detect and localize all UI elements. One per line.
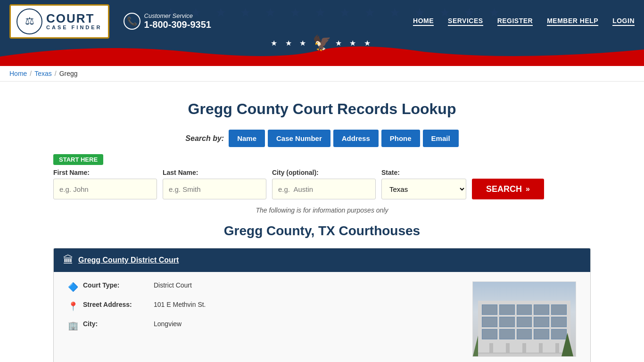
court-type-value: District Court xyxy=(154,281,192,289)
tab-email[interactable]: Email xyxy=(423,130,459,147)
column xyxy=(489,343,493,353)
window xyxy=(499,329,515,339)
breadcrumb-state[interactable]: Texas xyxy=(34,70,52,77)
logo-emblem: ⚖ xyxy=(17,8,42,34)
info-text: The following is for information purpose… xyxy=(53,206,591,214)
nav-services[interactable]: SERVICES xyxy=(448,17,483,26)
eagle-stars-left: ★ ★ ★ xyxy=(271,39,309,48)
courthouse-name-link[interactable]: Gregg County District Court xyxy=(78,256,179,264)
phone-icon: 📞 xyxy=(124,13,140,30)
main-nav: HOME SERVICES REGISTER MEMBER HELP LOGIN xyxy=(413,17,635,26)
window xyxy=(534,317,549,327)
logo-area: ⚖ COURT CASE FINDER xyxy=(9,4,109,39)
window xyxy=(482,304,497,315)
eagle-icon: 🦅 xyxy=(313,34,331,52)
first-name-input[interactable] xyxy=(53,179,157,199)
city-label-detail: City: xyxy=(83,320,149,328)
court-type-label: Court Type: xyxy=(83,281,149,289)
window xyxy=(517,329,532,339)
building xyxy=(478,301,570,357)
customer-service-label: Customer Service xyxy=(144,12,211,19)
first-name-group: First Name: xyxy=(53,169,157,199)
courthouse-card: 🏛 Gregg County District Court 🔷 Court Ty… xyxy=(53,248,591,362)
search-by-label: Search by: xyxy=(185,134,224,143)
city-input[interactable] xyxy=(272,179,376,199)
search-button-label: SEARCH xyxy=(486,184,522,194)
building-windows xyxy=(478,301,570,344)
tab-case-number[interactable]: Case Number xyxy=(268,130,330,147)
customer-service-area: 📞 Customer Service 1-800-309-9351 xyxy=(124,12,211,30)
courthouse-details: 🔷 Court Type: District Court 📍 Street Ad… xyxy=(68,281,458,357)
nav-home[interactable]: HOME xyxy=(413,17,434,26)
window xyxy=(551,317,567,327)
courthouses-title: Gregg County, TX Courthouses xyxy=(53,223,591,239)
courthouse-image-placeholder xyxy=(473,282,576,356)
column xyxy=(539,343,543,353)
search-by-row: Search by: Name Case Number Address Phon… xyxy=(53,130,591,147)
window xyxy=(534,329,549,339)
street-label: Street Address: xyxy=(83,301,149,308)
page-title: Gregg County Court Records Lookup xyxy=(53,100,591,118)
window xyxy=(482,329,497,339)
window xyxy=(551,304,567,315)
tab-address[interactable]: Address xyxy=(333,130,379,147)
customer-service-phone: 1-800-309-9351 xyxy=(144,19,211,30)
building-columns xyxy=(478,343,570,353)
courthouse-icon: 🏛 xyxy=(63,254,74,266)
last-name-group: Last Name: xyxy=(163,169,266,199)
logo-text: COURT CASE FINDER xyxy=(46,12,102,30)
courthouse-body: 🔷 Court Type: District Court 📍 Street Ad… xyxy=(54,272,590,362)
city-group: City (optional): xyxy=(272,169,376,199)
city-icon: 🏢 xyxy=(68,321,78,331)
last-name-input[interactable] xyxy=(163,179,266,199)
breadcrumb-sep-2: / xyxy=(55,70,57,77)
window xyxy=(517,304,532,315)
breadcrumb-home[interactable]: Home xyxy=(9,70,27,77)
court-type-row: 🔷 Court Type: District Court xyxy=(68,281,458,292)
street-icon: 📍 xyxy=(68,301,78,312)
window xyxy=(551,329,567,339)
search-button[interactable]: SEARCH » xyxy=(472,179,544,199)
breadcrumb-sep-1: / xyxy=(30,70,32,77)
state-group: State: Texas xyxy=(381,169,466,199)
state-label: State: xyxy=(381,169,466,176)
courthouse-image xyxy=(472,281,576,357)
logo-box: ⚖ COURT CASE FINDER xyxy=(9,4,109,39)
wave-area: ★ ★ ★ 🦅 ★ ★ ★ xyxy=(0,42,644,66)
window xyxy=(517,317,532,327)
search-chevrons: » xyxy=(526,185,530,193)
logo-court-text: COURT xyxy=(46,12,102,25)
court-type-icon: 🔷 xyxy=(68,282,78,292)
state-select[interactable]: Texas xyxy=(381,179,466,199)
start-here-badge: START HERE xyxy=(53,154,103,165)
first-name-label: First Name: xyxy=(53,169,157,176)
window xyxy=(499,304,515,315)
breadcrumb: Home / Texas / Gregg xyxy=(9,70,635,77)
courthouse-header: 🏛 Gregg County District Court xyxy=(54,248,590,272)
column xyxy=(506,343,510,353)
building-stairs xyxy=(478,353,570,356)
column xyxy=(555,343,559,353)
street-value: 101 E Methvin St. xyxy=(154,301,206,308)
city-value: Longview xyxy=(154,320,182,328)
logo-case-finder-text: CASE FINDER xyxy=(46,25,102,30)
breadcrumb-county: Gregg xyxy=(59,70,78,77)
window xyxy=(499,317,515,327)
eagle-stars-right: ★ ★ ★ xyxy=(335,39,373,48)
window xyxy=(534,304,549,315)
column xyxy=(522,343,526,353)
eagle-container: ★ ★ ★ 🦅 ★ ★ ★ xyxy=(271,34,373,52)
city-row: 🏢 City: Longview xyxy=(68,320,458,331)
street-row: 📍 Street Address: 101 E Methvin St. xyxy=(68,301,458,312)
customer-service-info: Customer Service 1-800-309-9351 xyxy=(144,12,211,30)
breadcrumb-bar: Home / Texas / Gregg xyxy=(0,66,644,82)
nav-register[interactable]: REGISTER xyxy=(497,17,533,26)
tab-name[interactable]: Name xyxy=(229,130,265,147)
last-name-label: Last Name: xyxy=(163,169,266,176)
nav-login[interactable]: LOGIN xyxy=(612,17,635,26)
tab-phone[interactable]: Phone xyxy=(381,130,420,147)
main-content: Gregg County Court Records Lookup Search… xyxy=(39,82,605,362)
nav-member-help[interactable]: MEMBER HELP xyxy=(547,17,598,26)
window xyxy=(482,317,497,327)
city-label: City (optional): xyxy=(272,169,376,176)
